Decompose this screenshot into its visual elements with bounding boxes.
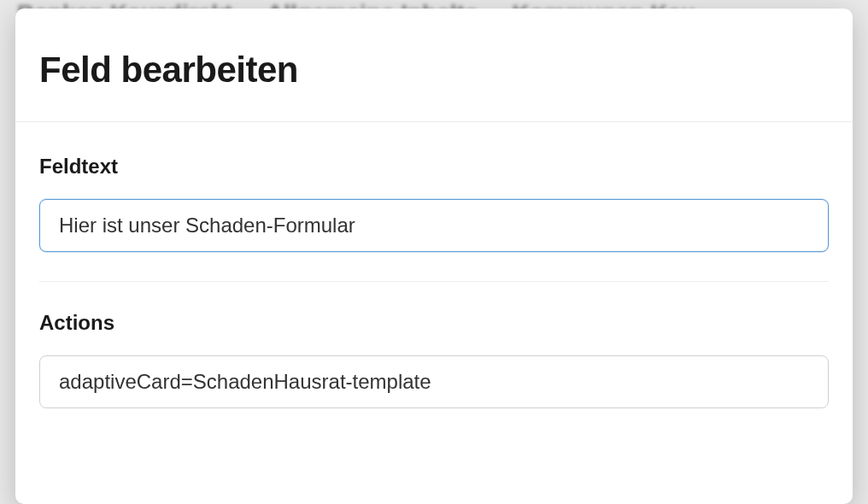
feldtext-label: Feldtext <box>39 155 829 179</box>
actions-label: Actions <box>39 311 829 335</box>
divider <box>39 281 829 282</box>
modal-body: Feldtext Actions <box>15 122 853 441</box>
actions-group: Actions <box>39 311 829 408</box>
actions-input[interactable] <box>39 355 829 408</box>
feldtext-group: Feldtext <box>39 155 829 252</box>
edit-field-modal: Feld bearbeiten Feldtext Actions <box>15 9 853 504</box>
feldtext-input[interactable] <box>39 199 829 252</box>
modal-title: Feld bearbeiten <box>39 50 829 91</box>
modal-header: Feld bearbeiten <box>15 9 853 122</box>
